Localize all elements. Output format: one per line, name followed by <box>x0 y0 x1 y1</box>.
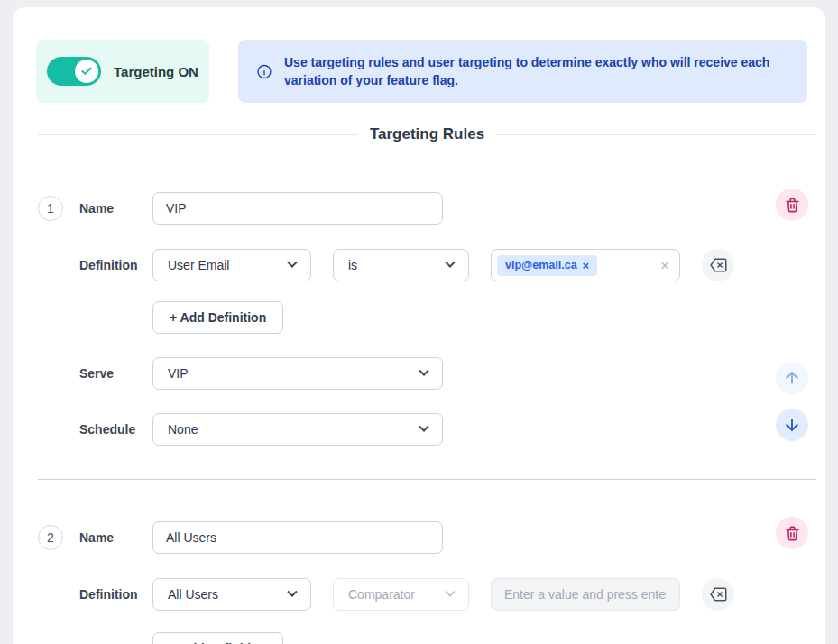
delete-rule-button[interactable] <box>776 517 808 549</box>
chevron-down-icon <box>287 258 297 268</box>
trash-icon <box>784 525 801 542</box>
info-banner-text: Use targeting rules and user targeting t… <box>284 53 789 90</box>
rule-name-row: 1 Name <box>38 192 816 225</box>
trash-icon <box>784 197 801 214</box>
backspace-icon <box>709 585 727 603</box>
rule-number-badge: 2 <box>38 525 63 550</box>
add-definition-row: + Add Definition <box>38 632 816 644</box>
targeting-rule-2: 2 Name Definition All Users Comparator <box>38 521 816 644</box>
rule-definition-row: Definition User Email is vip@email.ca × <box>38 249 816 281</box>
info-banner: Use targeting rules and user targeting t… <box>238 40 807 103</box>
top-row: Targeting ON Use targeting rules and use… <box>13 7 825 103</box>
rule-schedule-row: Schedule None <box>38 413 816 446</box>
clear-definition-button[interactable] <box>702 249 734 281</box>
add-definition-button[interactable]: + Add Definition <box>152 301 283 334</box>
schedule-select[interactable]: None <box>152 413 443 446</box>
schedule-label: Schedule <box>79 422 152 437</box>
rule-name-row: 2 Name <box>38 521 816 554</box>
chevron-down-icon <box>445 258 455 268</box>
chevron-down-icon <box>287 587 297 597</box>
rule-definition-row: Definition All Users Comparator <box>38 578 816 611</box>
chevron-down-icon <box>419 422 428 432</box>
backspace-icon <box>709 256 727 274</box>
definition-comparator-select: Comparator <box>333 578 469 611</box>
definition-property-select[interactable]: All Users <box>152 578 311 611</box>
rule-divider <box>38 479 816 480</box>
definition-values-input[interactable]: vip@email.ca × × <box>491 249 680 281</box>
check-icon <box>80 65 93 78</box>
definition-property-select[interactable]: User Email <box>152 249 311 281</box>
move-rule-up-button[interactable] <box>776 362 808 394</box>
name-label: Name <box>79 201 152 216</box>
toggle-knob <box>75 60 98 83</box>
rule-number-badge: 1 <box>38 196 63 221</box>
rule-serve-row: Serve VIP <box>38 357 816 390</box>
targeting-rules-list: 1 Name Definition User Email is <box>13 192 825 644</box>
definition-label: Definition <box>79 587 152 602</box>
name-label: Name <box>79 530 152 545</box>
definition-label: Definition <box>79 258 152 272</box>
divider-line <box>38 134 358 135</box>
targeting-toggle-label: Targeting ON <box>114 64 198 79</box>
info-icon <box>256 62 272 81</box>
targeting-toggle[interactable] <box>47 57 101 86</box>
rule-name-input[interactable] <box>152 192 443 225</box>
chip-remove-icon[interactable]: × <box>583 259 590 272</box>
delete-rule-button[interactable] <box>776 189 808 221</box>
add-definition-button[interactable]: + Add Definition <box>152 632 283 644</box>
value-chip-text: vip@email.ca <box>505 259 577 271</box>
targeting-card: Targeting ON Use targeting rules and use… <box>13 7 825 644</box>
rule-name-input[interactable] <box>152 521 443 554</box>
add-definition-row: + Add Definition <box>38 301 816 334</box>
serve-label: Serve <box>79 366 152 381</box>
arrow-down-icon <box>783 416 801 434</box>
definition-comparator-select[interactable]: is <box>333 249 469 281</box>
clear-definition-button[interactable] <box>702 578 734 611</box>
chevron-down-icon <box>419 366 428 376</box>
move-rule-down-button[interactable] <box>776 409 808 441</box>
divider-line <box>496 134 816 135</box>
serve-select[interactable]: VIP <box>152 357 443 390</box>
section-header: Targeting Rules <box>13 124 825 145</box>
definition-value-input <box>491 578 680 611</box>
section-title: Targeting Rules <box>370 125 484 143</box>
targeting-toggle-box: Targeting ON <box>36 40 209 103</box>
arrow-up-icon <box>783 369 801 387</box>
value-chip: vip@email.ca × <box>497 255 597 276</box>
clear-values-icon[interactable]: × <box>660 258 669 273</box>
chevron-down-icon <box>445 587 455 597</box>
targeting-rule-1: 1 Name Definition User Email is <box>38 192 816 446</box>
